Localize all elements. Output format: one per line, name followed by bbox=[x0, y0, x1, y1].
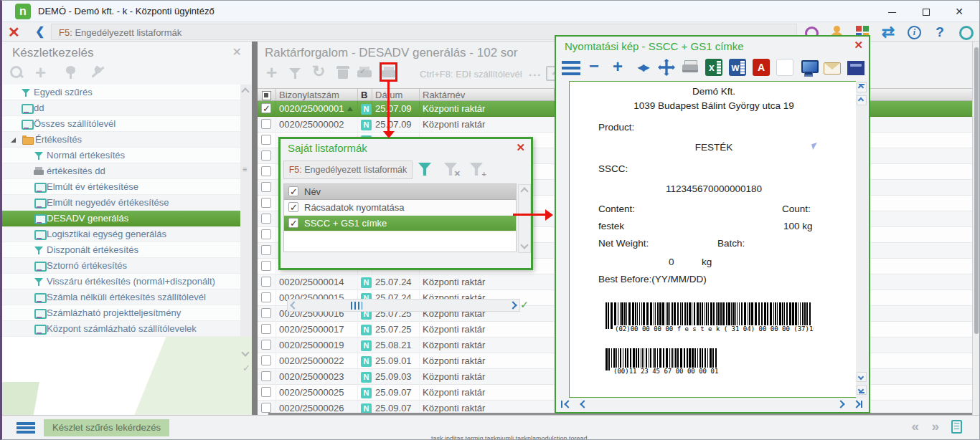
scroll-up-icon[interactable] bbox=[241, 87, 249, 95]
export-excel-icon[interactable] bbox=[705, 59, 722, 76]
export-html-icon[interactable] bbox=[776, 59, 793, 76]
query-status-badge[interactable]: Készlet szűrés lekérdezés bbox=[44, 419, 169, 436]
row-checkbox[interactable] bbox=[258, 211, 276, 226]
sidebar-item-egyedi-sz-r-s[interactable]: Egyedi szűrés bbox=[2, 85, 240, 100]
row-checkbox[interactable] bbox=[258, 369, 276, 384]
help-icon[interactable]: ? bbox=[932, 24, 948, 40]
preview-vertical-scrollbar[interactable] bbox=[856, 81, 867, 398]
sidebar-scrollbar[interactable]: ≡ ✓ bbox=[240, 85, 252, 337]
delete-icon[interactable] bbox=[335, 64, 352, 82]
send-to-computer-icon[interactable] bbox=[800, 59, 817, 76]
f5-allowed-listforms-button[interactable]: F5: Engedélyezett listaformák bbox=[283, 161, 413, 179]
preview-close-icon[interactable]: ✕ bbox=[854, 39, 863, 52]
sidebar-item-sszes-sz-ll-t-lev-l[interactable]: Összes szállítólevél bbox=[2, 116, 240, 132]
listform-row-r-csadatok-nyomtat-sa[interactable]: Rácsadatok nyomtatása bbox=[284, 200, 516, 216]
status-menu-icon[interactable] bbox=[17, 422, 35, 434]
previous-chevrons-icon[interactable]: « bbox=[911, 419, 919, 434]
sidebar-item-desadv-gener-l-s[interactable]: DESADV generálás bbox=[2, 211, 240, 226]
filter-apply-icon[interactable] bbox=[417, 161, 434, 178]
edi-shortcut-label[interactable]: Ctrl+F8: EDI szállítólevél bbox=[420, 69, 522, 80]
row-checkbox[interactable] bbox=[258, 133, 276, 148]
close-view-icon[interactable]: ✕ bbox=[8, 24, 20, 41]
scroll-up-icon[interactable] bbox=[520, 187, 528, 195]
column-header-b[interactable]: B bbox=[358, 89, 372, 100]
sidebar-item-dd[interactable]: dd bbox=[2, 100, 240, 116]
scroll-down-icon[interactable] bbox=[520, 241, 528, 249]
row-checkbox[interactable] bbox=[258, 385, 276, 400]
scroll-down-icon[interactable] bbox=[857, 372, 867, 382]
info-icon[interactable] bbox=[906, 24, 922, 40]
menu-icon[interactable] bbox=[562, 61, 580, 75]
scroll-top-icon[interactable] bbox=[857, 82, 867, 92]
select-all-checkbox[interactable] bbox=[258, 89, 276, 100]
scrollbar-thumb[interactable] bbox=[974, 47, 979, 334]
last-page-icon[interactable] bbox=[850, 398, 866, 411]
sidebar-item-vissz-ru-rt-kes-t-s-norm-l-diszpon-lt[interactable]: Visszáru értékesítés (normál+diszponált) bbox=[2, 274, 240, 290]
row-checkbox[interactable] bbox=[258, 306, 276, 321]
row-checkbox[interactable] bbox=[258, 117, 276, 132]
row-checkbox[interactable] bbox=[258, 274, 276, 290]
row-checkbox[interactable] bbox=[258, 338, 276, 353]
add-icon[interactable] bbox=[35, 64, 52, 81]
add-row-icon[interactable] bbox=[265, 64, 282, 82]
zoom-in-icon[interactable] bbox=[611, 59, 628, 76]
popup-vertical-scrollbar[interactable] bbox=[518, 184, 531, 253]
export-word-icon[interactable] bbox=[729, 59, 746, 76]
scroll-check-icon[interactable]: ✓ bbox=[242, 363, 250, 373]
row-checkbox[interactable] bbox=[258, 322, 276, 337]
search-icon[interactable] bbox=[8, 64, 25, 81]
scroll-up-icon[interactable] bbox=[857, 95, 867, 105]
maximize-button[interactable] bbox=[910, 1, 942, 22]
header-checkbox[interactable] bbox=[288, 186, 298, 196]
refresh-icon[interactable] bbox=[312, 64, 329, 82]
row-checkbox[interactable] bbox=[258, 180, 276, 195]
tree-view-icon[interactable] bbox=[62, 64, 80, 81]
more-icon[interactable]: ... bbox=[529, 66, 542, 78]
row-checkbox[interactable] bbox=[258, 243, 276, 258]
row-checkbox[interactable] bbox=[258, 259, 276, 274]
sidebar-close-icon[interactable]: ✕ bbox=[232, 45, 242, 59]
filter-clear-icon[interactable]: ✕ bbox=[443, 161, 460, 178]
sidebar-item-sz-mla-n-lk-li-rt-kes-t-s-sz-ll-t-lev-l[interactable]: Számla nélküli értékesítés szállítólevél bbox=[2, 290, 240, 305]
sidebar-item-sztorn-rt-kes-t-s[interactable]: Sztornó értékesítés bbox=[2, 258, 240, 274]
row-checkbox[interactable] bbox=[258, 148, 276, 163]
column-header-datum[interactable]: Dátum bbox=[372, 89, 420, 100]
print-selected-icon[interactable] bbox=[357, 64, 374, 82]
zoom-out-icon[interactable] bbox=[587, 59, 604, 76]
filter-add-icon[interactable]: + bbox=[468, 161, 486, 178]
row-checkbox[interactable] bbox=[258, 290, 276, 305]
sidebar-item-sz-ml-zhat-projektteljes-tm-ny[interactable]: Számlázható projektteljesítmény bbox=[2, 305, 240, 321]
first-page-icon[interactable] bbox=[559, 398, 575, 411]
scroll-bottom-icon[interactable] bbox=[857, 385, 867, 395]
scroll-left-icon[interactable] bbox=[290, 301, 298, 309]
back-icon[interactable]: ❮ bbox=[35, 24, 44, 38]
fit-page-icon[interactable] bbox=[658, 59, 675, 76]
sidebar-item-k-zpont-sz-ml-zhat-sz-ll-t-levelek[interactable]: Központ számlázható szállítólevelek bbox=[2, 321, 240, 337]
listform-row-sscc-gs1-c-mke[interactable]: SSCC + GS1 címke bbox=[284, 216, 516, 231]
row-checkbox[interactable] bbox=[288, 202, 298, 212]
next-page-icon[interactable] bbox=[833, 398, 849, 411]
sidebar-item-norm-l-rt-kes-t-s[interactable]: Normál értékesítés bbox=[2, 148, 240, 163]
next-chevrons-icon[interactable]: » bbox=[931, 419, 939, 434]
row-checkbox[interactable] bbox=[258, 227, 276, 242]
window-vertical-scrollbar[interactable] bbox=[972, 42, 979, 415]
scrollbar-thumb[interactable] bbox=[351, 302, 362, 310]
prev-page-icon[interactable] bbox=[576, 398, 592, 411]
sidebar-item-logisztikai-egys-g-gener-l-s[interactable]: Logisztikai egység generálás bbox=[2, 226, 240, 242]
sync-arrows-icon[interactable]: ⇄ bbox=[880, 24, 896, 40]
sidebar-item-rt-kes-t-s-dd[interactable]: értékesítés dd bbox=[2, 163, 240, 179]
minimize-button[interactable] bbox=[876, 1, 908, 22]
sidebar-item-elm-lt-v-rt-kes-t-se[interactable]: Elmúlt év értékesítése bbox=[2, 179, 240, 195]
print-icon[interactable] bbox=[682, 59, 699, 76]
export-pdf-icon[interactable] bbox=[753, 59, 770, 76]
filter-icon[interactable] bbox=[288, 64, 305, 82]
row-checkbox[interactable] bbox=[258, 353, 276, 368]
confirm-check-icon[interactable]: ✓ bbox=[518, 299, 531, 312]
scroll-right-icon[interactable] bbox=[509, 301, 517, 309]
popup-horizontal-scrollbar[interactable] bbox=[287, 299, 520, 312]
archive-icon[interactable] bbox=[847, 61, 864, 75]
panel-splitter[interactable] bbox=[252, 42, 258, 415]
column-header-raktarnev[interactable]: Raktárnév bbox=[420, 89, 555, 100]
fit-width-icon[interactable]: ◀▶ bbox=[634, 59, 651, 76]
sidebar-item-elm-lt-negyed-v-rt-kes-t-se[interactable]: Elmúlt negyedév értékesítése bbox=[2, 195, 240, 211]
